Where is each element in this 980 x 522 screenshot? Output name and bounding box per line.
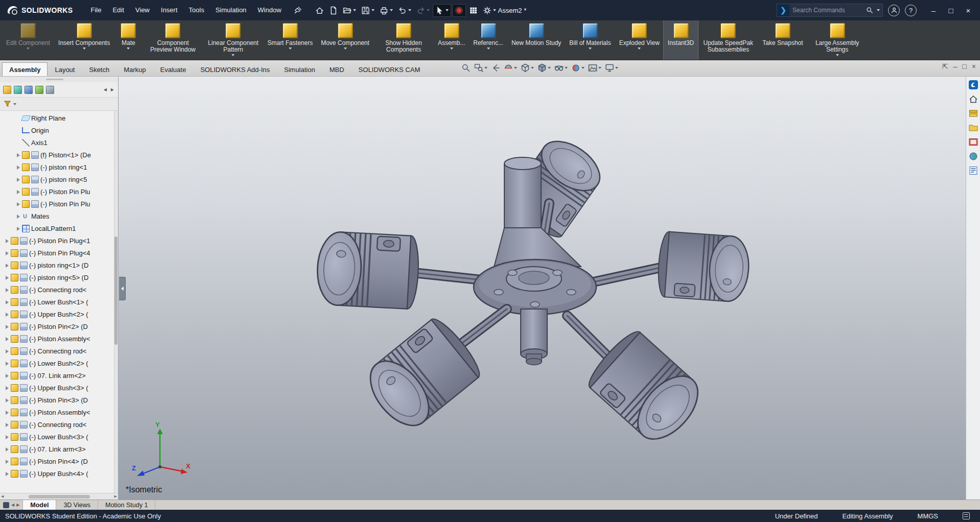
ribbon-button[interactable]: Take Snapshot bbox=[758, 20, 807, 60]
zoom-area-icon[interactable] bbox=[473, 62, 489, 74]
doc-restore-icon[interactable]: □ bbox=[962, 62, 966, 70]
user-avatar-icon[interactable] bbox=[888, 5, 900, 16]
expand-arrow-icon[interactable] bbox=[4, 262, 11, 269]
scroll-left-icon[interactable]: ◀ bbox=[1, 494, 4, 499]
apply-scene-icon[interactable] bbox=[587, 62, 603, 74]
expand-arrow-icon[interactable] bbox=[4, 336, 11, 342]
command-tab[interactable]: Evaluate bbox=[153, 62, 194, 76]
tree-item[interactable]: Mates bbox=[0, 210, 118, 222]
ribbon-button[interactable]: Bill of Materials bbox=[565, 20, 615, 60]
tree-item[interactable]: (-) piston ring<5> (D bbox=[0, 271, 118, 283]
document-mode-tab[interactable]: Motion Study 1 bbox=[98, 500, 155, 510]
menu-item[interactable]: View bbox=[130, 0, 155, 20]
command-tab[interactable]: Simulation bbox=[277, 62, 322, 76]
expand-arrow-icon[interactable] bbox=[4, 238, 11, 244]
design-library-icon[interactable] bbox=[968, 108, 978, 118]
expand-arrow-icon[interactable] bbox=[4, 299, 11, 305]
tree-item[interactable]: (-) Piston Pin Plu bbox=[0, 185, 118, 198]
expand-arrow-icon[interactable] bbox=[15, 225, 22, 232]
view-orientation-icon[interactable] bbox=[519, 62, 535, 74]
tree-item[interactable]: (-) piston ring<1> (D bbox=[0, 259, 118, 271]
edit-appearance-icon[interactable] bbox=[570, 62, 586, 74]
search-input[interactable] bbox=[789, 7, 866, 14]
expand-arrow-icon[interactable] bbox=[4, 323, 11, 330]
tree-item[interactable]: (-) Piston Pin Plug<4 bbox=[0, 247, 118, 259]
pin-icon[interactable] bbox=[291, 5, 304, 16]
expand-arrow-icon[interactable] bbox=[4, 397, 11, 404]
undo-icon[interactable] bbox=[396, 5, 413, 16]
view-palette-icon[interactable] bbox=[968, 137, 978, 147]
menu-item[interactable]: Tools bbox=[183, 0, 209, 20]
tree-filter-bar[interactable] bbox=[0, 98, 118, 111]
tree-item[interactable]: (-) Connecting rod< bbox=[0, 345, 118, 357]
ribbon-button[interactable]: Referenc... bbox=[469, 20, 507, 60]
tree-item[interactable]: Right Plane bbox=[0, 112, 118, 124]
expand-arrow-icon[interactable] bbox=[4, 311, 11, 318]
tree-item[interactable]: (-) Piston Assembly< bbox=[0, 406, 118, 418]
redo-icon[interactable] bbox=[414, 5, 432, 16]
search-icon[interactable] bbox=[866, 7, 873, 14]
spreadsheet-icon[interactable] bbox=[467, 5, 480, 16]
ribbon-button[interactable]: Large Assembly Settings bbox=[807, 20, 868, 60]
panel-grip[interactable] bbox=[0, 77, 118, 82]
featuremanager-tree-icon[interactable] bbox=[3, 86, 11, 94]
new-document-icon[interactable] bbox=[327, 5, 340, 16]
home-icon[interactable] bbox=[968, 94, 978, 104]
expand-arrow-icon[interactable] bbox=[15, 139, 22, 146]
close-icon[interactable]: × bbox=[960, 0, 977, 20]
zoom-fit-icon[interactable] bbox=[460, 62, 472, 74]
help-icon[interactable]: ? bbox=[905, 5, 917, 16]
status-options-icon[interactable] bbox=[963, 512, 970, 519]
search-box[interactable]: ❯ bbox=[777, 4, 883, 17]
ribbon-button[interactable]: Move Component bbox=[317, 20, 374, 60]
command-tab[interactable]: Assembly bbox=[2, 62, 48, 76]
orientation-triad[interactable]: Y X Z bbox=[131, 420, 193, 477]
ribbon-button[interactable]: Edit Component bbox=[2, 20, 54, 60]
home-icon[interactable] bbox=[313, 5, 326, 16]
tree-item[interactable]: Origin bbox=[0, 124, 118, 136]
tree-item[interactable]: Axis1 bbox=[0, 136, 118, 149]
scrollbar-thumb[interactable] bbox=[114, 236, 118, 345]
chevron-down-icon[interactable] bbox=[877, 9, 880, 11]
scroll-left-icon[interactable]: ◀ bbox=[103, 86, 108, 93]
displaymanager-icon[interactable] bbox=[46, 86, 54, 94]
ribbon-button[interactable]: Show Hidden Components bbox=[374, 20, 434, 60]
ribbon-button[interactable]: Smart Fasteners bbox=[263, 20, 317, 60]
scroll-right-icon[interactable]: ▶ bbox=[114, 494, 117, 499]
restore-icon[interactable]: □ bbox=[942, 0, 960, 20]
expand-arrow-icon[interactable] bbox=[4, 360, 11, 367]
status-units[interactable]: MMGS bbox=[918, 512, 938, 520]
tree-item[interactable]: (-) 07. Link arm<2> bbox=[0, 369, 118, 382]
ribbon-button[interactable]: Mate bbox=[114, 20, 143, 60]
open-icon[interactable] bbox=[341, 5, 358, 16]
doc-close-icon[interactable]: × bbox=[972, 62, 976, 70]
record-icon[interactable] bbox=[452, 4, 466, 17]
document-mode-tab[interactable]: Model bbox=[23, 500, 56, 510]
custom-properties-icon[interactable] bbox=[968, 165, 978, 176]
expand-arrow-icon[interactable] bbox=[4, 421, 11, 428]
tree-item[interactable]: LocalLPattern1 bbox=[0, 222, 118, 234]
command-tab[interactable]: Layout bbox=[48, 62, 82, 76]
command-tab[interactable]: SOLIDWORKS CAM bbox=[352, 62, 428, 76]
tree-item[interactable]: (-) Lower Bush<1> ( bbox=[0, 296, 118, 308]
minimize-icon[interactable]: – bbox=[925, 0, 942, 20]
tree-item[interactable]: (-) Piston Pin<2> (D bbox=[0, 320, 118, 333]
section-view-icon[interactable] bbox=[502, 62, 519, 74]
command-tab[interactable]: Markup bbox=[116, 62, 153, 76]
expand-arrow-icon[interactable] bbox=[4, 458, 11, 465]
tree-item[interactable]: (-) piston ring<5 bbox=[0, 173, 118, 185]
tree-item[interactable]: (-) piston ring<1 bbox=[0, 161, 118, 173]
scroll-right-icon[interactable]: ▶ bbox=[16, 503, 19, 507]
dimxpertmanager-icon[interactable] bbox=[35, 86, 43, 94]
tree-item[interactable]: (-) Upper Bush<4> ( bbox=[0, 467, 118, 480]
ribbon-button[interactable]: Assemb... bbox=[434, 20, 469, 60]
doc-dock-icon[interactable]: ⇱ bbox=[942, 62, 948, 70]
expand-arrow-icon[interactable] bbox=[4, 446, 11, 453]
3dexperience-icon[interactable] bbox=[968, 80, 978, 90]
command-tab[interactable]: SOLIDWORKS Add-Ins bbox=[193, 62, 277, 76]
command-tab[interactable]: MBD bbox=[322, 62, 352, 76]
ribbon-button[interactable]: Insert Components bbox=[54, 20, 114, 60]
configurationmanager-icon[interactable] bbox=[25, 86, 33, 94]
expand-arrow-icon[interactable] bbox=[4, 250, 11, 256]
file-explorer-icon[interactable] bbox=[968, 123, 978, 133]
